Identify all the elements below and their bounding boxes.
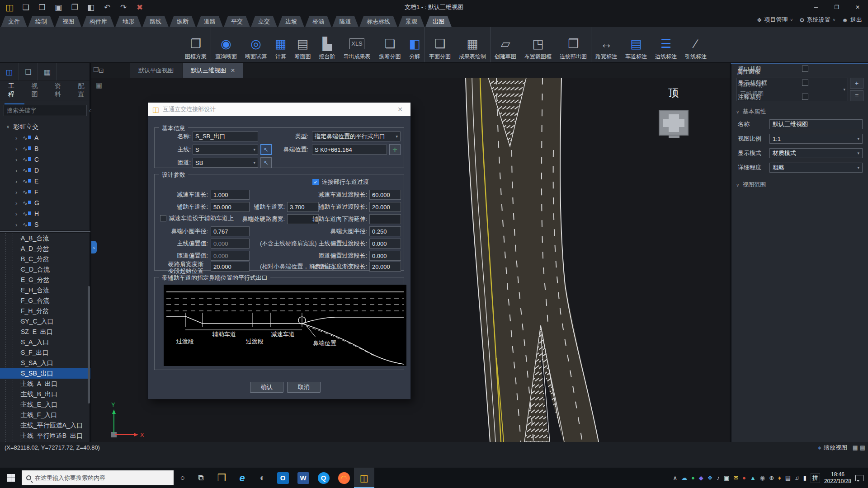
taskbar-app-button[interactable]: ◐ <box>252 468 273 488</box>
aux-transition-input[interactable] <box>369 202 401 212</box>
shoulder-taper-start-input[interactable] <box>211 262 250 272</box>
tree-connection-item[interactable]: S_SA_入口 <box>0 358 90 368</box>
tree-connection-item[interactable]: 主线_E_入口 <box>0 399 90 410</box>
notification-center-icon[interactable] <box>855 475 863 481</box>
tree-route-item[interactable]: › ∿ C <box>0 154 90 165</box>
close-tab-icon[interactable]: ✕ <box>231 67 235 74</box>
tree-scrollbar[interactable] <box>88 286 90 404</box>
tray-icon[interactable]: ◆ <box>699 468 703 488</box>
tray-icon[interactable]: ☁ <box>681 468 687 488</box>
pick-mainline-button[interactable]: ↖ <box>260 144 272 155</box>
ribbon-tab[interactable]: 立交 <box>251 16 277 27</box>
tree-connection-item[interactable]: A_D_分岔 <box>0 244 90 254</box>
tree-connection-item[interactable]: S_SB_出口 <box>0 368 90 379</box>
cancel-button[interactable]: 取消 <box>287 382 321 393</box>
sidebar-tab[interactable]: 视图 <box>32 82 44 99</box>
tree-connection-item[interactable]: 主线_A_出口 <box>0 379 90 389</box>
tree-connection-item[interactable]: E_G_分岔 <box>0 275 90 285</box>
tray-icon[interactable]: ◉ <box>760 468 765 488</box>
close-button[interactable]: ✕ <box>847 0 868 14</box>
aux-extend-input[interactable] <box>369 214 401 224</box>
ramp-select[interactable]: SB▾ <box>193 158 258 168</box>
tree-connection-item[interactable]: B_C_分岔 <box>0 254 90 264</box>
display-mode-select[interactable]: 材质模式▾ <box>769 148 863 158</box>
toolbar-button[interactable]: ▤ 车道标注 <box>621 27 651 62</box>
view-cube[interactable] <box>659 110 689 136</box>
taskbar-app-button[interactable]: ❒ <box>212 468 232 488</box>
taskbar-app-button[interactable]: e <box>232 468 252 488</box>
tree-route-item[interactable]: › ∿ B <box>0 143 90 154</box>
tree-connection-item[interactable]: F_G_合流 <box>0 296 90 306</box>
tree-connection-item[interactable]: S_A_入口 <box>0 337 90 347</box>
tree-connection-item[interactable]: SZ_E_出口 <box>0 327 90 337</box>
tree-connection-item[interactable]: E_H_合流 <box>0 285 90 296</box>
toolbar-button[interactable]: ◳ 布置裁图框 <box>520 27 556 62</box>
ribbon-tab[interactable]: 道路 <box>197 16 223 27</box>
minimize-button[interactable]: ─ <box>806 0 826 14</box>
ribbon-right-button[interactable]: ☻ 退出 <box>842 16 864 24</box>
ribbon-tab[interactable]: 标志标线 <box>359 16 397 27</box>
section-basic-properties[interactable]: ∨ 基本属性 <box>736 108 766 116</box>
sidebar-collapse-handle[interactable]: ‹ <box>91 241 97 253</box>
tray-icon[interactable]: ▮ <box>803 468 807 488</box>
toolbar-button[interactable]: ▤ 断面图 <box>291 27 315 62</box>
checkbox[interactable] <box>802 66 808 72</box>
section-view-range[interactable]: ∨ 视图范围 <box>736 181 766 189</box>
input-language-indicator[interactable]: 拼 <box>811 473 820 483</box>
search-input[interactable] <box>4 107 89 114</box>
ribbon-tab[interactable]: 路线 <box>142 16 169 27</box>
pick-nose-button[interactable]: ✛ <box>389 144 401 155</box>
toolbar-button[interactable]: ◧ 分解 <box>405 27 425 62</box>
toolbar-button[interactable]: ◎ 断面试算 <box>241 27 271 62</box>
sidebar-tab[interactable]: 工程 <box>8 82 21 99</box>
ribbon-tab[interactable]: 地形 <box>115 16 142 27</box>
taskbar-clock[interactable]: 18:46 2022/10/28 <box>824 471 851 485</box>
tray-icon[interactable]: ❖ <box>708 468 713 488</box>
dialog-title-bar[interactable]: ◫ 互通立交连接部设计 <box>148 103 410 116</box>
ramp-offset-input[interactable] <box>211 251 250 261</box>
taskbar-app-button[interactable]: Q <box>313 468 334 488</box>
layout-icon[interactable]: ◫ <box>0 63 19 80</box>
nose-position-input[interactable] <box>312 145 387 155</box>
toolbar-button[interactable]: ▙ 挖台阶 <box>315 27 340 62</box>
tray-icon[interactable]: ⊕ <box>769 468 774 488</box>
taskbar-search-input[interactable] <box>35 474 169 481</box>
tree-connection-item[interactable]: F_H_分岔 <box>0 306 90 316</box>
view-scale-select[interactable]: 1:1▾ <box>769 134 863 144</box>
tray-icon[interactable]: ♪ <box>717 468 720 488</box>
toolbar-button[interactable]: ∕ 引线标注 <box>681 27 711 62</box>
ribbon-tab[interactable]: 视图 <box>55 16 81 27</box>
ribbon-right-button[interactable]: ❖ 项目管理 ∨ <box>757 16 793 24</box>
detail-level-select[interactable]: 粗略▾ <box>769 163 863 173</box>
taskbar-app-button[interactable]: O <box>273 468 293 488</box>
ribbon-tab[interactable]: 构件库 <box>82 16 114 27</box>
tray-icon[interactable]: ● <box>742 468 746 488</box>
view-name-input[interactable]: 默认三维视图 <box>769 119 863 129</box>
tree-connection-item[interactable]: 主线_平行匝道A_入口 <box>0 420 90 431</box>
tree-route-item[interactable]: › ∿ D <box>0 165 90 176</box>
maximize-button[interactable]: ❐ <box>826 0 847 14</box>
sidebar-tab[interactable]: 资料 <box>55 82 67 99</box>
ribbon-tab[interactable]: 景观 <box>398 16 425 27</box>
main-offset-input[interactable] <box>211 239 250 249</box>
tree-route-item[interactable]: › ∿ S <box>0 219 90 230</box>
dec-transition-input[interactable] <box>369 190 401 200</box>
dialog-close-button[interactable]: ✕ <box>393 103 407 116</box>
sidebar-tab[interactable]: 配置 <box>78 82 91 99</box>
mainline-select[interactable]: S▾ <box>193 145 258 155</box>
tab-3d-view[interactable]: 默认三维视图 ✕ <box>183 63 243 78</box>
ribbon-tab[interactable]: 隧道 <box>332 16 359 27</box>
taskbar-app-button[interactable]: W <box>293 468 313 488</box>
tray-icon[interactable]: ♦ <box>778 468 781 488</box>
tree-connection-item[interactable]: A_B_合流 <box>0 233 90 244</box>
tree-connection-item[interactable]: C_D_合流 <box>0 264 90 275</box>
tree-connection-item[interactable]: 主线_平行匝道B_出口 <box>0 431 90 441</box>
tree-root-item[interactable]: ∨ 彩虹立交 <box>0 121 90 132</box>
ribbon-tab[interactable]: 纵断 <box>170 16 196 27</box>
ribbon-tab[interactable]: 文件 <box>1 16 27 27</box>
tree-route-item[interactable]: › ∿ E <box>0 176 90 187</box>
ribbon-tab[interactable]: 出图 <box>425 16 452 27</box>
tray-icon[interactable]: ▲ <box>750 468 756 488</box>
tree-connection-item[interactable]: 主线_F_入口 <box>0 410 90 420</box>
ribbon-tab[interactable]: 平交 <box>224 16 250 27</box>
